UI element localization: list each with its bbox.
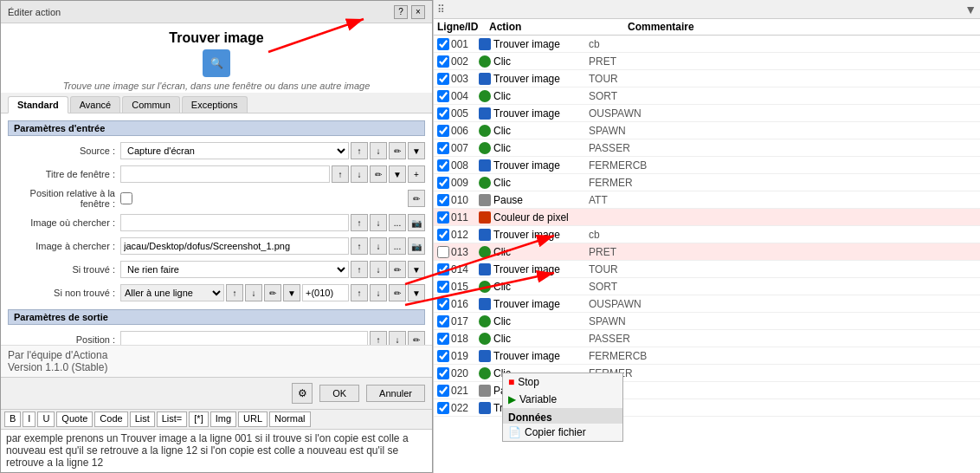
- table-row[interactable]: 006ClicSPAWN: [434, 122, 980, 139]
- table-row[interactable]: 001Trouver imagecb: [434, 36, 980, 53]
- table-row[interactable]: 004ClicSORT: [434, 87, 980, 105]
- scroll-icon[interactable]: ▼: [964, 3, 977, 16]
- row-checkbox[interactable]: [437, 90, 449, 102]
- cancel-button[interactable]: Annuler: [366, 385, 425, 402]
- tab-commun[interactable]: Commun: [122, 96, 180, 113]
- source-dropdown[interactable]: ▼: [408, 142, 425, 159]
- row-checkbox[interactable]: [437, 159, 449, 172]
- tab-exceptions[interactable]: Exceptions: [182, 96, 248, 113]
- tab-avance[interactable]: Avancé: [70, 96, 121, 113]
- table-row[interactable]: 012Trouver imagecb: [434, 226, 980, 243]
- row-checkbox[interactable]: [437, 402, 449, 414]
- row-checkbox[interactable]: [437, 333, 449, 345]
- rel-btn1[interactable]: ✏: [408, 190, 425, 207]
- table-row[interactable]: 003Trouver imageTOUR: [434, 70, 980, 87]
- tab-standard[interactable]: Standard: [8, 96, 68, 113]
- source-btn2[interactable]: ↓: [370, 142, 387, 159]
- table-row[interactable]: 016Trouver imageOUSPAWN: [434, 295, 980, 313]
- sf-btn2[interactable]: ↓: [370, 261, 387, 278]
- table-row[interactable]: 018ClicPASSER: [434, 330, 980, 347]
- is-btn2[interactable]: ↓: [370, 237, 387, 255]
- pos-btn1[interactable]: ↑: [370, 331, 387, 345]
- sf-btn1[interactable]: ↑: [351, 261, 368, 278]
- row-checkbox[interactable]: [437, 350, 449, 362]
- row-checkbox[interactable]: [437, 315, 449, 327]
- table-row[interactable]: 015ClicSORT: [434, 278, 980, 295]
- row-checkbox[interactable]: [437, 281, 449, 293]
- table-row[interactable]: 019Trouver imageFERMERCB: [434, 347, 980, 365]
- close-button[interactable]: ×: [411, 5, 425, 19]
- row-checkbox[interactable]: [437, 107, 449, 120]
- row-checkbox[interactable]: [437, 125, 449, 137]
- snf-btn3[interactable]: ✏: [264, 284, 281, 301]
- toolbar-btn-code[interactable]: Code: [94, 411, 127, 427]
- row-checkbox[interactable]: [437, 38, 449, 50]
- row-checkbox[interactable]: [437, 73, 449, 85]
- table-row[interactable]: 007ClicPASSER: [434, 139, 980, 157]
- row-checkbox[interactable]: [437, 194, 449, 206]
- snf-off-dropdown[interactable]: ▼: [408, 284, 425, 301]
- sf-btn3[interactable]: ✏: [389, 261, 406, 278]
- snf-off-btn1[interactable]: ↑: [351, 284, 368, 301]
- table-row[interactable]: 010PauseATT: [434, 191, 980, 209]
- context-menu-copy-file[interactable]: 📄 Copier fichier: [503, 424, 622, 441]
- iw-btn1[interactable]: ↑: [351, 214, 368, 231]
- row-checkbox[interactable]: [437, 211, 449, 224]
- table-row[interactable]: 008Trouver imageFERMERCB: [434, 157, 980, 174]
- table-row[interactable]: 017ClicSPAWN: [434, 313, 980, 330]
- toolbar-btn-quote[interactable]: Quote: [56, 411, 93, 427]
- iw-btn4[interactable]: 📷: [408, 214, 425, 231]
- snf-off-btn3[interactable]: ✏: [389, 284, 406, 301]
- sf-dropdown[interactable]: ▼: [408, 261, 425, 278]
- if-found-select[interactable]: Ne rien faire: [120, 261, 349, 278]
- row-checkbox[interactable]: [437, 246, 449, 258]
- help-button[interactable]: ?: [394, 5, 408, 19]
- snf-btn4[interactable]: ▼: [283, 284, 300, 301]
- table-row[interactable]: 013ClicPRET: [434, 243, 980, 261]
- source-btn3[interactable]: ✏: [389, 142, 406, 159]
- snf-btn1[interactable]: ↑: [226, 284, 243, 301]
- toolbar-btn-b[interactable]: B: [4, 411, 21, 427]
- iw-btn3[interactable]: ...: [389, 214, 406, 231]
- wt-btn5[interactable]: +: [408, 165, 425, 183]
- row-checkbox[interactable]: [437, 263, 449, 275]
- row-checkbox[interactable]: [437, 55, 449, 68]
- toolbar-btn-normal[interactable]: Normal: [269, 411, 310, 427]
- table-row[interactable]: 014Trouver imageTOUR: [434, 261, 980, 278]
- toolbar-btn-[*][interactable]: [*]: [189, 411, 208, 427]
- table-row[interactable]: 011Couleur de pixel: [434, 209, 980, 226]
- source-btn1[interactable]: ↑: [351, 142, 368, 159]
- toolbar-btn-u[interactable]: U: [37, 411, 55, 427]
- table-row[interactable]: 002ClicPRET: [434, 53, 980, 70]
- if-not-found-select[interactable]: Aller à une ligne: [120, 284, 224, 301]
- is-btn3[interactable]: ...: [389, 237, 406, 255]
- row-checkbox[interactable]: [437, 367, 449, 379]
- wt-btn1[interactable]: ↑: [332, 165, 349, 183]
- settings-button[interactable]: ⚙: [292, 383, 313, 404]
- row-checkbox[interactable]: [437, 177, 449, 189]
- ok-button[interactable]: OK: [319, 385, 359, 402]
- is-btn1[interactable]: ↑: [351, 237, 368, 255]
- row-checkbox[interactable]: [437, 385, 449, 397]
- window-title-input[interactable]: [120, 165, 330, 183]
- image-where-input[interactable]: [120, 214, 349, 231]
- toolbar-btn-i[interactable]: I: [23, 411, 35, 427]
- is-btn4[interactable]: 📷: [408, 237, 425, 255]
- table-row[interactable]: 005Trouver imageOUSPAWN: [434, 105, 980, 122]
- snf-btn2[interactable]: ↓: [245, 284, 262, 301]
- row-checkbox[interactable]: [437, 142, 449, 154]
- image-search-input[interactable]: [120, 237, 349, 255]
- toolbar-btn-img[interactable]: Img: [210, 411, 236, 427]
- wt-btn4[interactable]: ▼: [389, 165, 406, 183]
- context-menu-stop[interactable]: ■ Stop: [503, 373, 622, 391]
- context-menu-variable[interactable]: ▶ Variable: [503, 391, 622, 408]
- pos-btn2[interactable]: ↓: [389, 331, 406, 345]
- pos-btn3[interactable]: ✏: [408, 331, 425, 345]
- snf-offset-input[interactable]: [302, 284, 349, 301]
- relative-pos-checkbox[interactable]: [120, 192, 132, 204]
- toolbar-btn-list=[interactable]: List=: [157, 411, 188, 427]
- source-select[interactable]: Capture d'écran: [120, 142, 349, 159]
- position-input[interactable]: [120, 331, 368, 345]
- snf-off-btn2[interactable]: ↓: [370, 284, 387, 301]
- toolbar-btn-list[interactable]: List: [130, 411, 155, 427]
